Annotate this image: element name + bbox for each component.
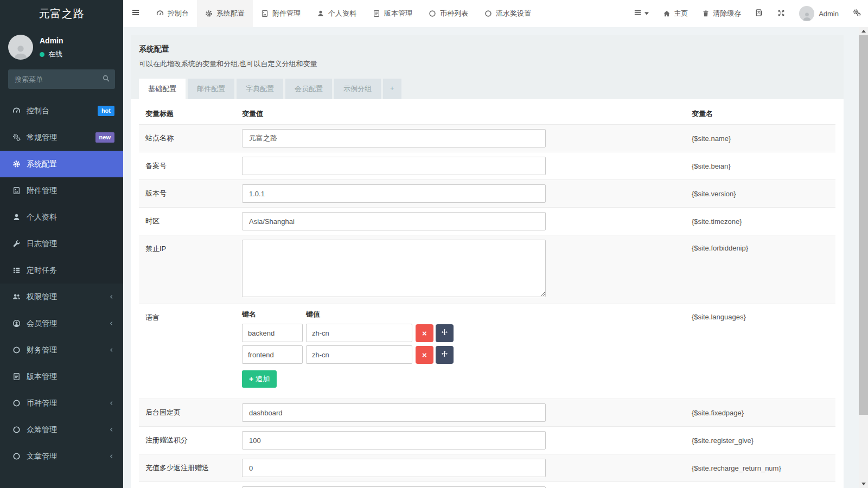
sidebar-item-general[interactable]: 常规管理 new	[0, 124, 123, 151]
version-input[interactable]	[242, 184, 546, 203]
sidebar: 元富之路 Admin 在线 控制台 hot	[0, 0, 123, 488]
row-varname: {$site.recharge_return_num}	[692, 464, 835, 472]
tab-mail-config[interactable]: 邮件配置	[188, 79, 234, 99]
scroll-down-arrow[interactable]	[859, 480, 868, 488]
settings-button[interactable]	[846, 0, 868, 27]
topbar-tab-currency-list[interactable]: 币种列表	[420, 0, 476, 27]
row-varname: {$site.languages}	[692, 309, 835, 321]
search-input[interactable]	[8, 69, 115, 89]
sidebar-item-members[interactable]: 会员管理	[0, 310, 123, 337]
scrollbar-thumb[interactable]	[859, 35, 868, 415]
register-give-input[interactable]	[242, 431, 546, 450]
cogs-icon	[853, 9, 861, 18]
chevron-left-icon	[108, 427, 114, 433]
clear-cache-button[interactable]: 清除缓存	[695, 0, 748, 27]
tab-example-group[interactable]: 示例分组	[334, 79, 381, 99]
user-menu-button[interactable]: Admin	[792, 0, 846, 27]
circle-icon	[429, 10, 436, 17]
sidebar-item-cron[interactable]: 定时任务	[0, 257, 123, 284]
move-row-button[interactable]	[436, 346, 454, 364]
row-varname: {$site.register_give}	[692, 436, 835, 445]
dashboard-icon	[156, 10, 164, 17]
chevron-left-icon	[108, 294, 114, 300]
topbar-tab-dashboard[interactable]: 控制台	[148, 0, 197, 27]
row-varname: {$site.beian}	[692, 162, 835, 170]
sidebar-item-articles[interactable]: 文章管理	[0, 443, 123, 470]
vertical-scrollbar[interactable]	[859, 27, 868, 488]
sidebar-toggle-button[interactable]	[123, 0, 148, 27]
timezone-input[interactable]	[242, 212, 546, 230]
table-row-version: 版本号 {$site.version}	[139, 179, 835, 207]
topbar-tab-system-config[interactable]: 系统配置	[197, 0, 253, 27]
append-button[interactable]: + 追加	[242, 370, 277, 388]
page-title: 系统配置	[139, 44, 835, 54]
clear-cache-label: 清除缓存	[713, 9, 741, 18]
tab-basic-config[interactable]: 基础配置	[139, 79, 186, 99]
circle-icon	[12, 399, 21, 407]
sidebar-item-label: 会员管理	[27, 319, 57, 329]
hamburger-icon	[131, 8, 140, 19]
kv-key-input[interactable]	[242, 345, 303, 364]
kv-value-input[interactable]	[306, 324, 412, 342]
kv-value-input[interactable]	[306, 345, 412, 364]
table-row-beian: 备案号 {$site.beian}	[139, 152, 835, 179]
topbar-tab-profile[interactable]: 个人资料	[309, 0, 365, 27]
sidebar-item-system-config[interactable]: 系统配置	[0, 151, 123, 177]
sidebar-item-versions[interactable]: 版本管理	[0, 363, 123, 390]
sidebar-item-dashboard[interactable]: 控制台 hot	[0, 98, 123, 124]
add-tab-button[interactable]: +	[383, 79, 401, 99]
tab-dictionary-config[interactable]: 字典配置	[237, 79, 283, 99]
sidebar-item-profile[interactable]: 个人资料	[0, 204, 123, 230]
home-button[interactable]: 主页	[656, 0, 695, 27]
online-dot-icon	[40, 52, 44, 57]
file-text-icon	[12, 373, 21, 381]
site-name-input[interactable]	[242, 129, 546, 147]
topbar-tab-flow-reward[interactable]: 流水奖设置	[476, 0, 539, 27]
row-label: 充值多少返注册赠送	[139, 463, 242, 473]
avatar	[8, 35, 33, 60]
tab-list-dropdown-button[interactable]	[627, 0, 656, 27]
kv-key-input[interactable]	[242, 324, 303, 342]
gear-icon	[12, 160, 21, 168]
sidebar-item-crowdfunding[interactable]: 众筹管理	[0, 416, 123, 443]
user-icon	[317, 10, 324, 17]
move-row-button[interactable]	[436, 324, 454, 342]
table-row-recharge-return: 充值多少返注册赠送 {$site.recharge_return_num}	[139, 454, 835, 481]
sidebar-item-currencies[interactable]: 币种管理	[0, 390, 123, 416]
table-header-row: 变量标题 变量值 变量名	[139, 102, 835, 124]
scroll-up-arrow[interactable]	[859, 27, 868, 35]
triangle-down-icon	[861, 483, 866, 485]
brand-title: 元富之路	[0, 0, 123, 27]
beian-input[interactable]	[242, 157, 546, 175]
person-icon	[12, 43, 29, 60]
expand-icon	[777, 9, 785, 18]
delete-row-button[interactable]: ×	[416, 346, 433, 364]
forbidden-ip-textarea[interactable]	[242, 240, 546, 297]
topbar-tab-attachments[interactable]: 附件管理	[253, 0, 309, 27]
recharge-return-input[interactable]	[242, 459, 546, 477]
table-row-timezone: 时区 {$site.timezone}	[139, 207, 835, 235]
sidebar-item-permissions[interactable]: 权限管理	[0, 284, 123, 310]
sidebar-item-label: 日志管理	[27, 239, 57, 249]
sidebar-item-attachments[interactable]: 附件管理	[0, 177, 123, 204]
new-badge: new	[95, 132, 114, 142]
sidebar-item-finance[interactable]: 财务管理	[0, 337, 123, 363]
tab-member-config[interactable]: 会员配置	[285, 79, 332, 99]
language-button[interactable]	[748, 0, 770, 27]
fixed-page-input[interactable]	[242, 403, 546, 422]
topbar-user-name: Admin	[819, 10, 839, 18]
tab-label: 系统配置	[216, 9, 245, 18]
move-icon	[441, 329, 448, 337]
sidebar-item-label: 财务管理	[27, 345, 57, 355]
row-varname: {$site.timezone}	[692, 217, 835, 226]
topbar-actions: 主页 清除缓存 Admin	[627, 0, 868, 27]
sidebar-user-name: Admin	[40, 36, 63, 45]
fullscreen-button[interactable]	[770, 0, 792, 27]
sidebar-item-logs[interactable]: 日志管理	[0, 230, 123, 257]
tab-label: 附件管理	[272, 9, 301, 18]
topbar-tab-versions[interactable]: 版本管理	[365, 0, 420, 27]
search-icon[interactable]	[102, 74, 110, 85]
home-label: 主页	[674, 9, 688, 18]
delete-row-button[interactable]: ×	[416, 324, 433, 342]
hot-badge: hot	[98, 106, 114, 115]
